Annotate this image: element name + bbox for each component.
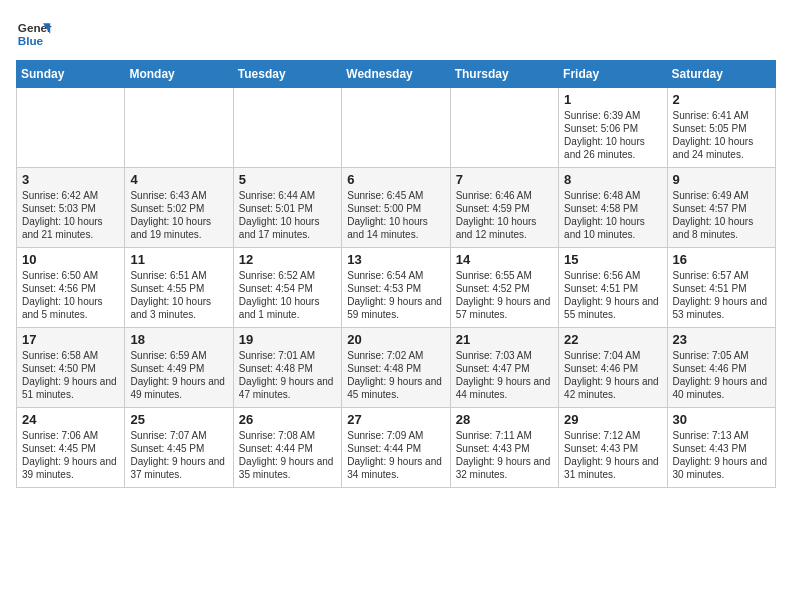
- day-info: Sunrise: 6:56 AM: [564, 269, 661, 282]
- day-info: Sunset: 4:46 PM: [564, 362, 661, 375]
- calendar-cell: 29Sunrise: 7:12 AMSunset: 4:43 PMDayligh…: [559, 408, 667, 488]
- weekday-header-friday: Friday: [559, 61, 667, 88]
- day-info: Sunrise: 7:01 AM: [239, 349, 336, 362]
- svg-text:Blue: Blue: [18, 34, 44, 47]
- day-info: Daylight: 10 hours and 14 minutes.: [347, 215, 444, 241]
- day-number: 1: [564, 92, 661, 107]
- calendar-cell: 27Sunrise: 7:09 AMSunset: 4:44 PMDayligh…: [342, 408, 450, 488]
- day-number: 22: [564, 332, 661, 347]
- day-info: Sunset: 4:50 PM: [22, 362, 119, 375]
- day-info: Sunset: 4:43 PM: [564, 442, 661, 455]
- day-number: 28: [456, 412, 553, 427]
- day-info: Daylight: 9 hours and 37 minutes.: [130, 455, 227, 481]
- day-info: Sunrise: 7:13 AM: [673, 429, 770, 442]
- calendar-cell: 1Sunrise: 6:39 AMSunset: 5:06 PMDaylight…: [559, 88, 667, 168]
- day-info: Daylight: 10 hours and 5 minutes.: [22, 295, 119, 321]
- day-info: Sunrise: 7:04 AM: [564, 349, 661, 362]
- calendar-cell: 13Sunrise: 6:54 AMSunset: 4:53 PMDayligh…: [342, 248, 450, 328]
- day-info: Daylight: 9 hours and 34 minutes.: [347, 455, 444, 481]
- calendar-cell: 23Sunrise: 7:05 AMSunset: 4:46 PMDayligh…: [667, 328, 775, 408]
- day-info: Sunset: 4:55 PM: [130, 282, 227, 295]
- calendar-cell: 6Sunrise: 6:45 AMSunset: 5:00 PMDaylight…: [342, 168, 450, 248]
- calendar-cell: 16Sunrise: 6:57 AMSunset: 4:51 PMDayligh…: [667, 248, 775, 328]
- day-info: Daylight: 10 hours and 12 minutes.: [456, 215, 553, 241]
- day-number: 15: [564, 252, 661, 267]
- day-number: 27: [347, 412, 444, 427]
- day-info: Sunrise: 7:08 AM: [239, 429, 336, 442]
- day-number: 23: [673, 332, 770, 347]
- day-number: 7: [456, 172, 553, 187]
- day-info: Sunrise: 6:39 AM: [564, 109, 661, 122]
- calendar-cell: 10Sunrise: 6:50 AMSunset: 4:56 PMDayligh…: [17, 248, 125, 328]
- calendar-cell: 5Sunrise: 6:44 AMSunset: 5:01 PMDaylight…: [233, 168, 341, 248]
- day-info: Sunrise: 6:41 AM: [673, 109, 770, 122]
- day-info: Daylight: 10 hours and 26 minutes.: [564, 135, 661, 161]
- day-number: 11: [130, 252, 227, 267]
- day-info: Sunset: 5:02 PM: [130, 202, 227, 215]
- day-info: Daylight: 9 hours and 49 minutes.: [130, 375, 227, 401]
- day-info: Daylight: 9 hours and 44 minutes.: [456, 375, 553, 401]
- calendar-cell: 3Sunrise: 6:42 AMSunset: 5:03 PMDaylight…: [17, 168, 125, 248]
- day-info: Sunset: 4:52 PM: [456, 282, 553, 295]
- day-number: 26: [239, 412, 336, 427]
- day-info: Sunset: 4:48 PM: [347, 362, 444, 375]
- day-info: Daylight: 9 hours and 45 minutes.: [347, 375, 444, 401]
- day-info: Sunset: 5:01 PM: [239, 202, 336, 215]
- day-info: Sunset: 4:49 PM: [130, 362, 227, 375]
- weekday-header-saturday: Saturday: [667, 61, 775, 88]
- weekday-header-monday: Monday: [125, 61, 233, 88]
- logo-icon: General Blue: [16, 16, 52, 52]
- day-info: Sunset: 4:45 PM: [130, 442, 227, 455]
- day-info: Daylight: 9 hours and 35 minutes.: [239, 455, 336, 481]
- day-info: Daylight: 9 hours and 51 minutes.: [22, 375, 119, 401]
- day-info: Sunset: 4:45 PM: [22, 442, 119, 455]
- day-info: Daylight: 9 hours and 39 minutes.: [22, 455, 119, 481]
- calendar-cell: 4Sunrise: 6:43 AMSunset: 5:02 PMDaylight…: [125, 168, 233, 248]
- day-info: Sunrise: 6:49 AM: [673, 189, 770, 202]
- day-number: 4: [130, 172, 227, 187]
- day-number: 5: [239, 172, 336, 187]
- day-number: 14: [456, 252, 553, 267]
- day-info: Sunrise: 6:58 AM: [22, 349, 119, 362]
- calendar-cell: 25Sunrise: 7:07 AMSunset: 4:45 PMDayligh…: [125, 408, 233, 488]
- day-info: Sunrise: 7:06 AM: [22, 429, 119, 442]
- day-number: 9: [673, 172, 770, 187]
- logo: General Blue: [16, 16, 56, 52]
- day-info: Daylight: 10 hours and 24 minutes.: [673, 135, 770, 161]
- day-info: Sunrise: 7:07 AM: [130, 429, 227, 442]
- weekday-header-sunday: Sunday: [17, 61, 125, 88]
- day-info: Daylight: 9 hours and 47 minutes.: [239, 375, 336, 401]
- day-info: Daylight: 10 hours and 8 minutes.: [673, 215, 770, 241]
- day-number: 21: [456, 332, 553, 347]
- calendar-cell: 20Sunrise: 7:02 AMSunset: 4:48 PMDayligh…: [342, 328, 450, 408]
- calendar-cell: 22Sunrise: 7:04 AMSunset: 4:46 PMDayligh…: [559, 328, 667, 408]
- calendar-cell: 2Sunrise: 6:41 AMSunset: 5:05 PMDaylight…: [667, 88, 775, 168]
- day-number: 6: [347, 172, 444, 187]
- day-info: Sunset: 4:54 PM: [239, 282, 336, 295]
- day-info: Sunrise: 7:03 AM: [456, 349, 553, 362]
- calendar-cell: [125, 88, 233, 168]
- day-info: Sunrise: 6:44 AM: [239, 189, 336, 202]
- day-number: 8: [564, 172, 661, 187]
- calendar-cell: 14Sunrise: 6:55 AMSunset: 4:52 PMDayligh…: [450, 248, 558, 328]
- day-info: Sunrise: 6:46 AM: [456, 189, 553, 202]
- day-number: 12: [239, 252, 336, 267]
- day-info: Daylight: 10 hours and 3 minutes.: [130, 295, 227, 321]
- day-info: Sunrise: 6:43 AM: [130, 189, 227, 202]
- day-info: Daylight: 10 hours and 19 minutes.: [130, 215, 227, 241]
- weekday-header-thursday: Thursday: [450, 61, 558, 88]
- calendar-cell: 8Sunrise: 6:48 AMSunset: 4:58 PMDaylight…: [559, 168, 667, 248]
- day-info: Sunset: 4:46 PM: [673, 362, 770, 375]
- day-info: Daylight: 10 hours and 21 minutes.: [22, 215, 119, 241]
- day-info: Daylight: 10 hours and 1 minute.: [239, 295, 336, 321]
- calendar-cell: 15Sunrise: 6:56 AMSunset: 4:51 PMDayligh…: [559, 248, 667, 328]
- day-info: Sunrise: 7:05 AM: [673, 349, 770, 362]
- day-info: Daylight: 10 hours and 10 minutes.: [564, 215, 661, 241]
- day-number: 18: [130, 332, 227, 347]
- day-info: Sunset: 4:44 PM: [239, 442, 336, 455]
- day-info: Sunset: 4:43 PM: [456, 442, 553, 455]
- day-info: Sunrise: 6:57 AM: [673, 269, 770, 282]
- weekday-header-tuesday: Tuesday: [233, 61, 341, 88]
- day-number: 17: [22, 332, 119, 347]
- day-number: 13: [347, 252, 444, 267]
